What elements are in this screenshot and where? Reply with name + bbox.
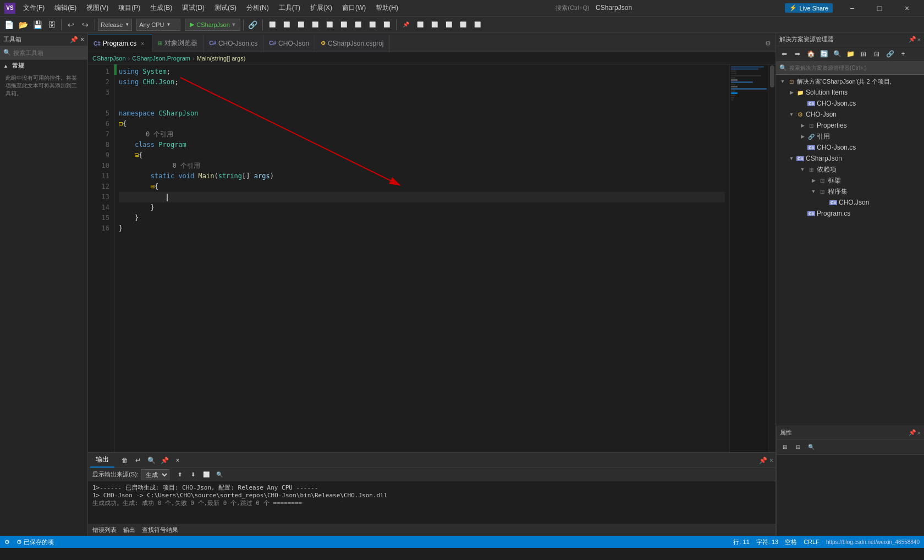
save-all-button[interactable]: 🗄 <box>45 18 58 31</box>
output-find-button[interactable]: 🔍 <box>145 454 157 466</box>
tree-item-solution-items[interactable]: ▶ 📁 Solution Items <box>776 87 924 98</box>
output-tab-link[interactable]: 输出 <box>123 526 135 534</box>
tree-item-cho-json-cs[interactable]: C# CHO-Json.cs <box>776 142 924 153</box>
tree-item-deps[interactable]: ▼ ⊞ 依赖项 <box>776 164 924 175</box>
output-source-btn-4[interactable]: 🔍 <box>213 469 226 481</box>
menu-help[interactable]: 帮助(H) <box>371 2 403 14</box>
maximize-button[interactable]: □ <box>867 0 892 17</box>
prop-btn-search[interactable]: 🔍 <box>805 441 817 453</box>
toolbar-btn-12[interactable]: ⬜ <box>442 18 455 31</box>
toolbox-pin-icon[interactable]: 📌 <box>70 36 78 43</box>
toolbox-search-input[interactable] <box>13 50 84 56</box>
prop-btn-grid[interactable]: ⊞ <box>779 441 791 453</box>
tab-settings-icon[interactable]: ⚙ <box>760 35 776 52</box>
section-collapse-icon[interactable]: ▲ <box>3 63 8 69</box>
toolbar-btn-9[interactable]: ⬜ <box>380 18 393 31</box>
toolbar-btn-3[interactable]: ⬜ <box>294 18 307 31</box>
tab-program-cs[interactable]: C# Program.cs × <box>88 35 152 52</box>
minimize-button[interactable]: − <box>839 0 865 17</box>
menu-extensions[interactable]: 扩展(X) <box>306 2 337 14</box>
sol-toolbar-btn-2[interactable]: ➡ <box>791 48 804 60</box>
undo-button[interactable]: ↩ <box>64 18 78 31</box>
toolbox-close-icon[interactable]: × <box>80 36 84 43</box>
status-spaces[interactable]: 空格 <box>785 538 797 546</box>
sol-toolbar-btn-1[interactable]: ⬅ <box>778 48 790 60</box>
tab-csproj[interactable]: ⚙ CSharpJson.csproj <box>315 35 389 52</box>
menu-window[interactable]: 窗口(W) <box>338 2 370 14</box>
toolbar-btn-7[interactable]: ⬜ <box>351 18 365 31</box>
toolbar-btn-5[interactable]: ⬜ <box>323 18 336 31</box>
toolbar-btn-13[interactable]: ⬜ <box>457 18 470 31</box>
tree-item-cho-json-cs-sol[interactable]: C# CHO-Json.cs <box>776 98 924 109</box>
error-list-tab[interactable]: 错误列表 <box>92 526 117 534</box>
output-source-select[interactable]: 生成 <box>141 469 169 480</box>
save-button[interactable]: 💾 <box>31 18 44 31</box>
toolbar-btn-8[interactable]: ⬜ <box>366 18 379 31</box>
menu-test[interactable]: 测试(S) <box>210 2 241 14</box>
toolbar-btn-10[interactable]: ⬜ <box>414 18 427 31</box>
menu-analyze[interactable]: 分析(N) <box>242 2 273 14</box>
toolbar-btn-1[interactable]: ⬜ <box>266 18 279 31</box>
attach-button[interactable]: 🔗 <box>246 18 260 31</box>
editor-scrollbar[interactable] <box>768 64 776 452</box>
prop-pin-icon[interactable]: 📌 <box>909 429 916 436</box>
menu-build[interactable]: 生成(B) <box>146 2 177 14</box>
menu-tools[interactable]: 工具(T) <box>274 2 305 14</box>
sol-toolbar-btn-8[interactable]: ⊟ <box>871 48 883 60</box>
toolbar-btn-4[interactable]: ⬜ <box>309 18 322 31</box>
tree-item-framework[interactable]: ▶ ⊡ 框架 <box>776 175 924 186</box>
sol-toolbar-btn-6[interactable]: 📁 <box>844 48 856 60</box>
output-pin-button[interactable]: 📌 <box>158 454 170 466</box>
new-file-button[interactable]: 📄 <box>2 18 15 31</box>
output-tab-output[interactable]: 输出 <box>90 453 114 468</box>
prop-close-icon[interactable]: × <box>917 430 921 436</box>
tree-item-cho-json-ref[interactable]: C# CHO.Json <box>776 197 924 208</box>
menu-project[interactable]: 项目(P) <box>114 2 145 14</box>
tree-item-csharpjson-proj[interactable]: ▼ C# CSharpJson <box>776 153 924 164</box>
output-source-btn-1[interactable]: ⬆ <box>174 469 186 481</box>
output-pin-icon[interactable]: 📌 <box>759 457 767 464</box>
tree-item-references[interactable]: ▶ 🔗 引用 <box>776 131 924 142</box>
output-word-wrap-button[interactable]: ↵ <box>132 454 144 466</box>
run-button[interactable]: ▶ CSharpJson ▾ <box>185 19 240 31</box>
solution-search-input[interactable] <box>789 65 921 71</box>
tree-item-program-cs[interactable]: C# Program.cs <box>776 208 924 219</box>
code-editor[interactable]: using System; using CHO.Json; namespace … <box>114 64 729 452</box>
toolbar-btn-11[interactable]: ⬜ <box>428 18 441 31</box>
status-row[interactable]: 行: 11 <box>733 538 749 546</box>
sol-toolbar-btn-9[interactable]: 🔗 <box>884 48 896 60</box>
tab-close-program-cs[interactable]: × <box>139 40 146 47</box>
tab-object-browser[interactable]: ⊞ 对象浏览器 <box>152 35 204 52</box>
pin-button[interactable]: 📌 <box>399 18 413 31</box>
config-dropdown[interactable]: Release ▼ <box>98 19 132 31</box>
status-col[interactable]: 字符: 13 <box>756 538 778 546</box>
live-share-button[interactable]: ⚡ Live Share <box>785 3 833 13</box>
close-button[interactable]: × <box>894 0 920 17</box>
tree-item-solution[interactable]: ▼ ⊡ 解决方案'CSharpJson'(共 2 个项目, <box>776 76 924 87</box>
menu-view[interactable]: 视图(V) <box>82 2 113 14</box>
prop-btn-sort[interactable]: ⊟ <box>792 441 804 453</box>
sol-toolbar-btn-5[interactable]: 🔍 <box>831 48 843 60</box>
scrollbar-thumb[interactable] <box>770 65 774 87</box>
sol-close-icon[interactable]: × <box>917 36 921 43</box>
sol-toolbar-btn-4[interactable]: 🔄 <box>818 48 830 60</box>
toolbar-btn-6[interactable]: ⬜ <box>337 18 350 31</box>
status-encoding[interactable]: CRLF <box>804 539 820 545</box>
toolbar-btn-14[interactable]: ⬜ <box>471 18 484 31</box>
tab-cho-json-cs[interactable]: C# CHO-Json.cs <box>204 35 263 52</box>
platform-dropdown[interactable]: Any CPU ▼ <box>136 19 180 31</box>
redo-button[interactable]: ↪ <box>79 18 92 31</box>
sol-toolbar-btn-3[interactable]: 🏠 <box>805 48 817 60</box>
output-close-button[interactable]: × <box>172 454 184 466</box>
menu-file[interactable]: 文件(F) <box>19 2 49 14</box>
sol-toolbar-btn-7[interactable]: ⊞ <box>857 48 870 60</box>
breadcrumb-method[interactable]: Main(string[] args) <box>197 55 246 62</box>
breadcrumb-project[interactable]: CSharpJson <box>92 55 126 62</box>
status-saved[interactable]: ⚙ 已保存的项 <box>16 538 54 546</box>
open-file-button[interactable]: 📂 <box>16 18 30 31</box>
tree-item-properties[interactable]: ▶ ⊡ Properties <box>776 120 924 131</box>
sol-pin-icon[interactable]: 📌 <box>909 36 916 43</box>
find-symbols-tab[interactable]: 查找符号结果 <box>142 526 178 534</box>
output-clear-button[interactable]: 🗑 <box>119 454 131 466</box>
menu-debug[interactable]: 调试(D) <box>178 2 209 14</box>
